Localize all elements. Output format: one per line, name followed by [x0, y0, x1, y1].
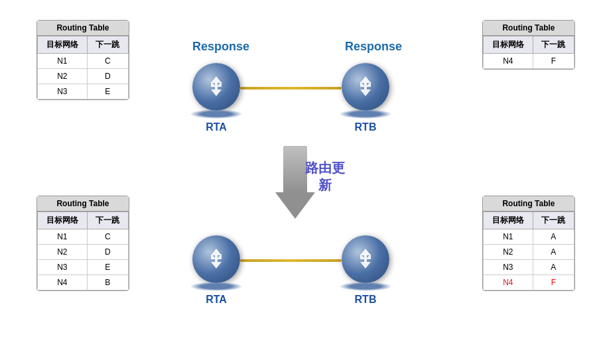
table-cell: C — [87, 54, 128, 69]
table-row: N4F — [484, 275, 574, 290]
rt-bottom-left-title: Routing Table — [37, 196, 129, 212]
table-row: N1C — [38, 54, 129, 69]
table-cell: E — [87, 260, 128, 275]
table-row: N4F — [484, 54, 574, 69]
routing-table-top-left: Routing Table 目标网络 下一跳 N1CN2DN3E — [36, 20, 129, 100]
table-row: N3E — [38, 260, 129, 275]
routing-table-top-right: Routing Table 目标网络 下一跳 N4F — [482, 20, 575, 70]
table-cell: N4 — [484, 275, 533, 290]
router-rtb-bottom: RTB — [342, 235, 389, 306]
router-rtb-top-icon — [352, 74, 379, 100]
router-rta-bottom-label: RTA — [192, 294, 240, 306]
table-row: N3A — [484, 260, 574, 275]
routing-table-bottom-left: Routing Table 目标网络 下一跳 N1CN2DN3EN4B — [36, 196, 129, 291]
table-cell: A — [533, 229, 574, 245]
router-rta-top-label: RTA — [192, 121, 240, 133]
rt-top-right-title: Routing Table — [483, 21, 574, 36]
connection-line-top — [240, 87, 342, 90]
table-cell: N2 — [484, 245, 533, 260]
table-cell: A — [533, 260, 574, 275]
router-rta-bottom: RTA — [192, 235, 240, 306]
table-cell: N3 — [38, 260, 88, 275]
rt-bottom-right-header-next: 下一跳 — [533, 212, 574, 229]
table-cell: A — [533, 245, 574, 260]
response-label-left: Response — [192, 40, 249, 54]
table-cell: F — [533, 275, 574, 290]
arrow-head — [275, 192, 315, 219]
connection-line-bottom — [240, 259, 342, 262]
table-cell: N1 — [38, 229, 88, 245]
table-cell: N3 — [38, 84, 88, 99]
table-row: N1A — [484, 229, 574, 245]
rt-bottom-left-header-next: 下一跳 — [87, 212, 128, 229]
table-cell: N1 — [38, 54, 88, 69]
svg-marker-2 — [211, 249, 222, 269]
router-rtb-bottom-icon — [352, 246, 379, 273]
table-row: N4B — [38, 275, 129, 290]
rt-bottom-right-header-dest: 目标网络 — [484, 212, 533, 229]
router-rtb-top-label: RTB — [342, 121, 389, 133]
table-cell: D — [87, 69, 128, 84]
table-cell: D — [87, 245, 128, 260]
table-cell: E — [87, 84, 128, 99]
router-rta-top-icon — [203, 74, 230, 100]
rt-top-right-header-dest: 目标网络 — [484, 36, 533, 54]
update-label: 路由更新 — [305, 159, 345, 194]
routing-table-bottom-right: Routing Table 目标网络 下一跳 N1AN2AN3AN4F — [482, 196, 575, 291]
table-cell: N3 — [484, 260, 533, 275]
rt-top-right-header-next: 下一跳 — [533, 36, 574, 54]
svg-marker-3 — [360, 249, 371, 269]
table-row: N3E — [38, 84, 129, 99]
svg-marker-0 — [211, 76, 222, 96]
table-cell: B — [87, 275, 128, 290]
arrow-shaft — [283, 146, 307, 192]
rt-top-left-title: Routing Table — [37, 21, 129, 36]
table-row: N2A — [484, 245, 574, 260]
router-rtb-top: RTB — [342, 63, 389, 133]
table-cell: N1 — [484, 229, 533, 245]
table-row: N2D — [38, 69, 129, 84]
table-cell: N4 — [484, 54, 533, 69]
main-container: Routing Table 目标网络 下一跳 N1CN2DN3E Routing… — [0, 0, 595, 364]
table-row: N2D — [38, 245, 129, 260]
response-label-right: Response — [345, 40, 402, 54]
router-rta-top: RTA — [192, 63, 240, 133]
rt-top-left-header-next: 下一跳 — [87, 36, 128, 54]
rt-bottom-right-title: Routing Table — [483, 196, 574, 212]
rt-top-left-header-dest: 目标网络 — [38, 36, 88, 54]
router-rtb-bottom-label: RTB — [342, 294, 389, 306]
table-cell: N4 — [38, 275, 88, 290]
table-row: N1C — [38, 229, 129, 245]
table-cell: C — [87, 229, 128, 245]
svg-marker-1 — [360, 76, 371, 96]
table-cell: N2 — [38, 245, 88, 260]
rt-bottom-left-header-dest: 目标网络 — [38, 212, 88, 229]
router-rta-bottom-icon — [203, 246, 230, 273]
table-cell: N2 — [38, 69, 88, 84]
table-cell: F — [533, 54, 574, 69]
